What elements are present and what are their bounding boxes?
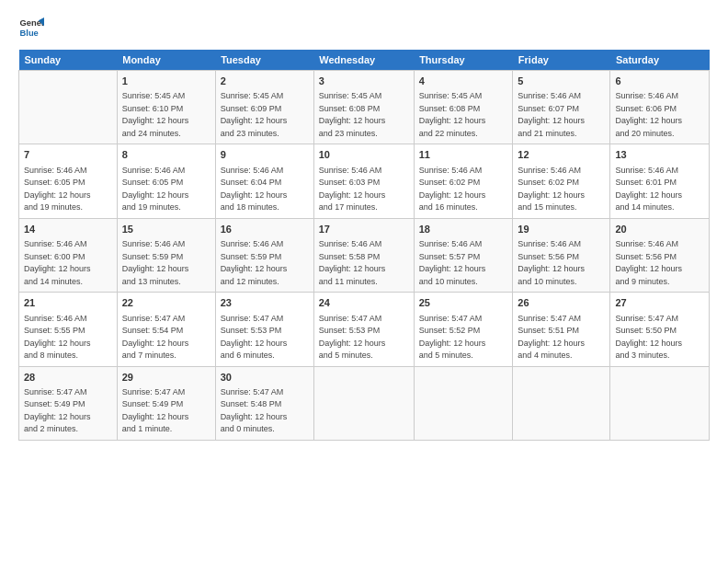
- day-number: 16: [221, 223, 309, 236]
- calendar-cell: 4Sunrise: 5:45 AM Sunset: 6:08 PM Daylig…: [414, 71, 513, 144]
- day-number: 18: [419, 223, 508, 236]
- day-number: 3: [319, 75, 409, 88]
- calendar-cell: 17Sunrise: 5:46 AM Sunset: 5:58 PM Dayli…: [313, 218, 414, 292]
- calendar-cell: [414, 366, 513, 440]
- calendar-cell: 11Sunrise: 5:46 AM Sunset: 6:02 PM Dayli…: [414, 144, 513, 218]
- calendar-cell: 29Sunrise: 5:47 AM Sunset: 5:49 PM Dayli…: [117, 366, 215, 440]
- calendar-header-row: SundayMondayTuesdayWednesdayThursdayFrid…: [19, 50, 710, 71]
- day-number: 11: [419, 148, 508, 162]
- col-header-tuesday: Tuesday: [215, 50, 313, 71]
- day-number: 8: [122, 148, 210, 162]
- cell-content: Sunrise: 5:46 AM Sunset: 5:55 PM Dayligh…: [24, 313, 112, 362]
- calendar-cell: 2Sunrise: 5:45 AM Sunset: 6:09 PM Daylig…: [215, 71, 313, 144]
- day-number: 27: [615, 296, 704, 310]
- cell-content: Sunrise: 5:47 AM Sunset: 5:53 PM Dayligh…: [319, 313, 409, 362]
- cell-content: Sunrise: 5:47 AM Sunset: 5:50 PM Dayligh…: [615, 313, 704, 362]
- day-number: 9: [221, 148, 309, 162]
- calendar-cell: 1Sunrise: 5:45 AM Sunset: 6:10 PM Daylig…: [117, 71, 215, 144]
- calendar-cell: 23Sunrise: 5:47 AM Sunset: 5:53 PM Dayli…: [215, 293, 313, 366]
- svg-text:Blue: Blue: [20, 29, 39, 38]
- cell-content: Sunrise: 5:45 AM Sunset: 6:09 PM Dayligh…: [221, 90, 309, 140]
- calendar-cell: 26Sunrise: 5:47 AM Sunset: 5:51 PM Dayli…: [513, 293, 610, 366]
- calendar-cell: 5Sunrise: 5:46 AM Sunset: 6:07 PM Daylig…: [513, 71, 610, 144]
- day-number: 30: [221, 371, 309, 385]
- day-number: 4: [419, 75, 508, 88]
- calendar-week-row: 7Sunrise: 5:46 AM Sunset: 6:05 PM Daylig…: [19, 144, 710, 218]
- day-number: 23: [221, 296, 309, 310]
- calendar-cell: 3Sunrise: 5:45 AM Sunset: 6:08 PM Daylig…: [313, 71, 414, 144]
- day-number: 17: [319, 223, 409, 236]
- cell-content: Sunrise: 5:46 AM Sunset: 6:03 PM Dayligh…: [319, 165, 409, 214]
- cell-content: Sunrise: 5:46 AM Sunset: 6:04 PM Dayligh…: [221, 165, 309, 214]
- col-header-wednesday: Wednesday: [313, 50, 414, 71]
- cell-content: Sunrise: 5:46 AM Sunset: 6:06 PM Dayligh…: [615, 90, 704, 140]
- calendar-cell: 28Sunrise: 5:47 AM Sunset: 5:49 PM Dayli…: [19, 366, 118, 440]
- calendar-table: SundayMondayTuesdayWednesdayThursdayFrid…: [18, 50, 710, 441]
- cell-content: Sunrise: 5:47 AM Sunset: 5:49 PM Dayligh…: [24, 386, 112, 436]
- calendar-cell: 13Sunrise: 5:46 AM Sunset: 6:01 PM Dayli…: [610, 144, 710, 218]
- cell-content: Sunrise: 5:46 AM Sunset: 6:05 PM Dayligh…: [122, 165, 210, 214]
- day-number: 10: [319, 148, 409, 162]
- col-header-friday: Friday: [513, 50, 610, 71]
- calendar-cell: 16Sunrise: 5:46 AM Sunset: 5:59 PM Dayli…: [215, 218, 313, 292]
- cell-content: Sunrise: 5:46 AM Sunset: 5:57 PM Dayligh…: [419, 238, 508, 288]
- col-header-sunday: Sunday: [19, 50, 118, 71]
- cell-content: Sunrise: 5:45 AM Sunset: 6:08 PM Dayligh…: [419, 90, 508, 140]
- calendar-cell: 19Sunrise: 5:46 AM Sunset: 5:56 PM Dayli…: [513, 218, 610, 292]
- calendar-cell: 25Sunrise: 5:47 AM Sunset: 5:52 PM Dayli…: [414, 293, 513, 366]
- cell-content: Sunrise: 5:46 AM Sunset: 6:02 PM Dayligh…: [419, 165, 508, 214]
- calendar-week-row: 14Sunrise: 5:46 AM Sunset: 6:00 PM Dayli…: [19, 218, 710, 292]
- day-number: 12: [518, 148, 605, 162]
- calendar-cell: [313, 366, 414, 440]
- cell-content: Sunrise: 5:47 AM Sunset: 5:52 PM Dayligh…: [419, 313, 508, 362]
- cell-content: Sunrise: 5:46 AM Sunset: 6:07 PM Dayligh…: [518, 90, 605, 140]
- calendar-cell: 9Sunrise: 5:46 AM Sunset: 6:04 PM Daylig…: [215, 144, 313, 218]
- cell-content: Sunrise: 5:45 AM Sunset: 6:08 PM Dayligh…: [319, 90, 409, 140]
- cell-content: Sunrise: 5:46 AM Sunset: 5:59 PM Dayligh…: [122, 238, 210, 288]
- calendar-cell: 21Sunrise: 5:46 AM Sunset: 5:55 PM Dayli…: [19, 293, 118, 366]
- calendar-cell: 14Sunrise: 5:46 AM Sunset: 6:00 PM Dayli…: [19, 218, 118, 292]
- cell-content: Sunrise: 5:46 AM Sunset: 6:05 PM Dayligh…: [24, 165, 112, 214]
- calendar-week-row: 1Sunrise: 5:45 AM Sunset: 6:10 PM Daylig…: [19, 71, 710, 144]
- cell-content: Sunrise: 5:45 AM Sunset: 6:10 PM Dayligh…: [122, 90, 210, 140]
- cell-content: Sunrise: 5:47 AM Sunset: 5:51 PM Dayligh…: [518, 313, 605, 362]
- calendar-cell: [19, 71, 118, 144]
- day-number: 13: [615, 148, 704, 162]
- cell-content: Sunrise: 5:46 AM Sunset: 5:59 PM Dayligh…: [221, 238, 309, 288]
- calendar-cell: [610, 366, 710, 440]
- cell-content: Sunrise: 5:47 AM Sunset: 5:49 PM Dayligh…: [122, 386, 210, 436]
- cell-content: Sunrise: 5:46 AM Sunset: 6:01 PM Dayligh…: [615, 165, 704, 214]
- calendar-week-row: 21Sunrise: 5:46 AM Sunset: 5:55 PM Dayli…: [19, 293, 710, 366]
- calendar-cell: 22Sunrise: 5:47 AM Sunset: 5:54 PM Dayli…: [117, 293, 215, 366]
- calendar-cell: 20Sunrise: 5:46 AM Sunset: 5:56 PM Dayli…: [610, 218, 710, 292]
- calendar-cell: [513, 366, 610, 440]
- day-number: 26: [518, 296, 605, 310]
- calendar-cell: 10Sunrise: 5:46 AM Sunset: 6:03 PM Dayli…: [313, 144, 414, 218]
- cell-content: Sunrise: 5:47 AM Sunset: 5:54 PM Dayligh…: [122, 313, 210, 362]
- calendar-cell: 18Sunrise: 5:46 AM Sunset: 5:57 PM Dayli…: [414, 218, 513, 292]
- day-number: 6: [615, 75, 704, 88]
- day-number: 2: [221, 75, 309, 88]
- cell-content: Sunrise: 5:46 AM Sunset: 6:02 PM Dayligh…: [518, 165, 605, 214]
- day-number: 21: [24, 296, 112, 310]
- calendar-cell: 30Sunrise: 5:47 AM Sunset: 5:48 PM Dayli…: [215, 366, 313, 440]
- day-number: 20: [615, 223, 704, 236]
- calendar-cell: 27Sunrise: 5:47 AM Sunset: 5:50 PM Dayli…: [610, 293, 710, 366]
- cell-content: Sunrise: 5:47 AM Sunset: 5:48 PM Dayligh…: [221, 386, 309, 436]
- day-number: 5: [518, 75, 605, 88]
- page: General Blue SundayMondayTuesdayWednesda…: [0, 0, 728, 563]
- calendar-cell: 12Sunrise: 5:46 AM Sunset: 6:02 PM Dayli…: [513, 144, 610, 218]
- calendar-cell: 7Sunrise: 5:46 AM Sunset: 6:05 PM Daylig…: [19, 144, 118, 218]
- day-number: 29: [122, 371, 210, 385]
- day-number: 15: [122, 223, 210, 236]
- cell-content: Sunrise: 5:46 AM Sunset: 5:56 PM Dayligh…: [615, 238, 704, 288]
- day-number: 25: [419, 296, 508, 310]
- header: General Blue: [18, 15, 710, 40]
- logo: General Blue: [18, 15, 44, 40]
- calendar-cell: 8Sunrise: 5:46 AM Sunset: 6:05 PM Daylig…: [117, 144, 215, 218]
- day-number: 7: [24, 148, 112, 162]
- day-number: 19: [518, 223, 605, 236]
- day-number: 14: [24, 223, 112, 236]
- col-header-monday: Monday: [117, 50, 215, 71]
- cell-content: Sunrise: 5:46 AM Sunset: 5:58 PM Dayligh…: [319, 238, 409, 288]
